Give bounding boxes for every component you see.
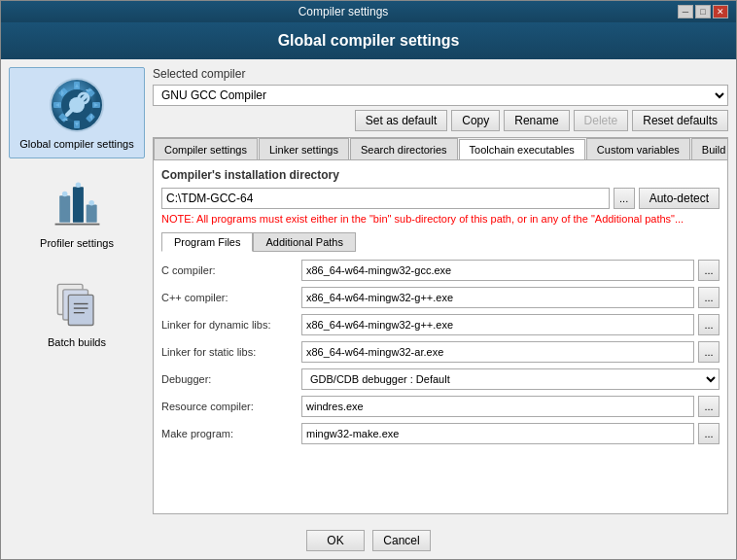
c-compiler-input[interactable] <box>301 260 694 281</box>
tabs-row: Compiler settings Linker settings Search… <box>154 138 727 160</box>
page-header: Global compiler settings <box>1 22 736 59</box>
sidebar-item-batch[interactable]: Batch builds <box>9 265 145 357</box>
make-program-input[interactable] <box>301 423 694 444</box>
main-content: Global compiler settings <box>1 59 736 522</box>
resource-compiler-browse-button[interactable]: ... <box>698 396 719 417</box>
tabs-panel: Compiler settings Linker settings Search… <box>153 137 728 514</box>
minimize-button[interactable]: ─ <box>678 5 693 18</box>
tab-search-directories[interactable]: Search directories <box>350 138 458 159</box>
tab-custom-variables[interactable]: Custom variables <box>586 138 690 159</box>
svg-rect-15 <box>72 187 83 223</box>
linker-dynamic-input[interactable] <box>301 314 694 335</box>
buttons-row: Set as default Copy Rename Delete Reset … <box>153 110 728 131</box>
linker-dynamic-label: Linker for dynamic libs: <box>161 319 298 331</box>
cancel-button[interactable]: Cancel <box>372 530 431 551</box>
debugger-label: Debugger: <box>161 373 298 385</box>
c-compiler-browse-button[interactable]: ... <box>698 260 719 281</box>
form-grid: C compiler: ... C++ compiler: ... Li <box>161 260 719 444</box>
svg-rect-4 <box>74 82 80 89</box>
browse-install-dir-button[interactable]: ... <box>614 188 635 209</box>
sidebar-label-profiler: Profiler settings <box>40 237 114 249</box>
cpp-compiler-browse-button[interactable]: ... <box>698 287 719 308</box>
svg-rect-23 <box>68 295 93 325</box>
make-program-label: Make program: <box>161 428 298 439</box>
compiler-row: GNU GCC Compiler <box>153 85 728 106</box>
form-row-linker-static: Linker for static libs: ... <box>161 341 719 363</box>
sidebar-label-global: Global compiler settings <box>19 138 133 150</box>
form-row-resource-compiler: Resource compiler: ... <box>161 396 719 417</box>
gear-icon <box>48 76 106 134</box>
panel-content: Compiler's installation directory ... Au… <box>154 160 727 513</box>
sub-tab-additional-paths[interactable]: Additional Paths <box>253 232 356 252</box>
set-as-default-button[interactable]: Set as default <box>355 110 447 131</box>
titlebar-controls: ─ □ ✕ <box>678 5 728 18</box>
section-title: Compiler's installation directory <box>161 168 719 182</box>
titlebar: Compiler settings ─ □ ✕ <box>1 1 736 22</box>
tab-compiler-settings[interactable]: Compiler settings <box>154 138 258 159</box>
sub-tabs-row: Program Files Additional Paths <box>161 232 719 252</box>
svg-rect-6 <box>53 102 61 108</box>
debugger-dropdown[interactable]: GDB/CDB debugger : Default <box>301 368 719 390</box>
tab-toolchain-executables[interactable]: Toolchain executables <box>459 139 585 160</box>
compiler-select-section: Selected compiler GNU GCC Compiler Set a… <box>153 67 728 131</box>
batch-icon <box>48 274 106 332</box>
linker-static-input[interactable] <box>301 341 694 363</box>
window-title: Compiler settings <box>9 5 678 18</box>
resource-compiler-input[interactable] <box>301 396 694 417</box>
linker-static-browse-button[interactable]: ... <box>698 341 719 363</box>
close-button[interactable]: ✕ <box>713 5 728 18</box>
sidebar-item-global[interactable]: Global compiler settings <box>9 67 145 158</box>
profiler-icon <box>48 175 106 233</box>
right-panel: Selected compiler GNU GCC Compiler Set a… <box>153 67 728 514</box>
form-row-cpp-compiler: C++ compiler: ... <box>161 287 719 308</box>
svg-point-19 <box>75 182 81 188</box>
svg-point-18 <box>61 191 66 196</box>
note-text: NOTE: All programs must exist either in … <box>161 213 719 225</box>
cpp-compiler-label: C++ compiler: <box>161 292 298 303</box>
reset-defaults-button[interactable]: Reset defaults <box>632 110 728 131</box>
linker-static-label: Linker for static libs: <box>161 346 298 358</box>
form-row-make-program: Make program: ... <box>161 423 719 444</box>
svg-rect-14 <box>59 195 70 223</box>
install-dir-row: ... Auto-detect <box>161 188 719 209</box>
copy-button[interactable]: Copy <box>451 110 500 131</box>
c-compiler-label: C compiler: <box>161 264 298 276</box>
form-row-debugger: Debugger: GDB/CDB debugger : Default <box>161 368 719 390</box>
tab-linker-settings[interactable]: Linker settings <box>259 138 349 159</box>
cpp-compiler-input[interactable] <box>301 287 694 308</box>
make-program-browse-button[interactable]: ... <box>698 423 719 444</box>
svg-rect-16 <box>86 204 96 222</box>
svg-point-20 <box>88 199 94 205</box>
tab-build-options[interactable]: Build options <box>691 138 727 159</box>
sidebar: Global compiler settings <box>9 67 145 514</box>
form-row-linker-dynamic: Linker for dynamic libs: ... <box>161 314 719 335</box>
svg-rect-7 <box>92 102 100 108</box>
ok-button[interactable]: OK <box>306 530 365 551</box>
compiler-select-label: Selected compiler <box>153 67 728 81</box>
form-row-c-compiler: C compiler: ... <box>161 260 719 281</box>
linker-dynamic-browse-button[interactable]: ... <box>698 314 719 335</box>
page-title: Global compiler settings <box>278 32 460 49</box>
compiler-dropdown[interactable]: GNU GCC Compiler <box>153 85 728 106</box>
auto-detect-button[interactable]: Auto-detect <box>639 188 719 209</box>
install-dir-input[interactable] <box>161 188 610 209</box>
svg-rect-5 <box>74 121 80 128</box>
resource-compiler-label: Resource compiler: <box>161 401 298 412</box>
sub-tab-program-files[interactable]: Program Files <box>161 232 253 252</box>
rename-button[interactable]: Rename <box>504 110 569 131</box>
sidebar-item-profiler[interactable]: Profiler settings <box>9 166 145 258</box>
footer: OK Cancel <box>1 522 736 559</box>
delete-button[interactable]: Delete <box>574 110 629 131</box>
sidebar-label-batch: Batch builds <box>48 336 106 348</box>
maximize-button[interactable]: □ <box>695 5 711 18</box>
main-window: Compiler settings ─ □ ✕ Global compiler … <box>0 0 737 560</box>
